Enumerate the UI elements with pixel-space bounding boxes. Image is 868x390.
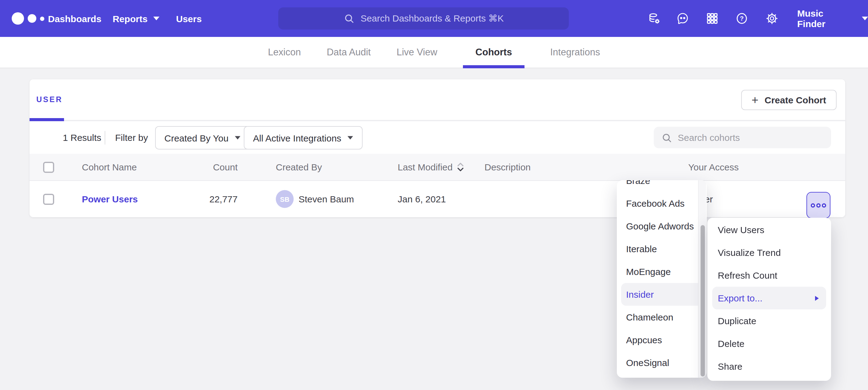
tab-data-audit[interactable]: Data Audit: [327, 37, 371, 68]
menu-item-moengage[interactable]: MoEngage: [617, 260, 707, 283]
tab-label: Live View: [397, 47, 437, 58]
row-checkbox[interactable]: [43, 193, 54, 204]
filter-by-label: Filter by: [115, 132, 148, 143]
integrations-filter-label: All Active Integrations: [253, 133, 341, 143]
global-search-bar[interactable]: Search Dashboards & Reports ⌘K: [278, 7, 569, 30]
tab-label: Data Audit: [327, 47, 371, 58]
export-to-submenu: Braze Facebook Ads Google Adwords Iterab…: [617, 180, 707, 378]
tab-live-view[interactable]: Live View: [397, 37, 437, 68]
tab-user-label: USER: [36, 95, 62, 104]
table-row: Power Users 22,777 SB Steven Baum Jan 6,…: [30, 181, 845, 217]
menu-item-onesignal[interactable]: OneSignal: [617, 351, 707, 374]
menu-item-export-to[interactable]: Export to...: [712, 287, 826, 310]
submenu-scrollbar-track[interactable]: [698, 180, 706, 378]
create-cohort-button[interactable]: + Create Cohort: [741, 90, 837, 110]
cohort-type-tabs: USER + Create Cohort: [30, 79, 845, 121]
nav-users-label: Users: [176, 13, 202, 24]
cohort-search-box: [654, 127, 831, 148]
filter-toolbar: 1 Results Filter by Created By You All A…: [30, 121, 845, 154]
menu-item-visualize-trend[interactable]: Visualize Trend: [707, 241, 831, 264]
tab-label: Integrations: [550, 47, 600, 58]
row-actions-button[interactable]: [806, 192, 831, 218]
feedback-icon[interactable]: [676, 12, 689, 25]
select-all-checkbox[interactable]: [43, 161, 54, 172]
menu-item-share[interactable]: Share: [707, 355, 831, 378]
last-modified-cell: Jan 6, 2021: [398, 181, 446, 217]
svg-text:?: ?: [740, 15, 744, 22]
export-to-label: Export to...: [718, 293, 763, 303]
apps-grid-icon[interactable]: [706, 12, 719, 25]
tab-cohorts[interactable]: Cohorts: [463, 37, 525, 68]
header-count[interactable]: Count: [183, 154, 238, 180]
nav-dashboards[interactable]: Dashboards: [48, 0, 101, 37]
nav-users[interactable]: Users: [176, 0, 202, 37]
global-search-placeholder: Search Dashboards & Reports ⌘K: [361, 13, 503, 24]
export-destination-list: Braze Facebook Ads Google Adwords Iterab…: [617, 180, 707, 374]
created-by-filter-dropdown[interactable]: Created By You: [155, 126, 250, 150]
logo-dot-icon: [28, 14, 36, 23]
mixpanel-cohorts-page: Dashboards Reports Users Search Dashboar…: [0, 0, 868, 390]
chevron-down-icon: [235, 136, 241, 140]
creator-name: Steven Baum: [299, 194, 354, 204]
row-context-menu: View Users Visualize Trend Refresh Count…: [707, 218, 831, 381]
menu-item-delete[interactable]: Delete: [707, 332, 831, 355]
submenu-scrollbar-thumb[interactable]: [701, 225, 705, 377]
avatar: SB: [276, 190, 293, 208]
logo-dot-icon: [40, 16, 44, 21]
divider: [105, 131, 105, 144]
cohort-search-input[interactable]: [678, 132, 819, 143]
help-icon[interactable]: ?: [735, 12, 749, 25]
search-icon: [661, 132, 672, 143]
menu-item-facebook-ads[interactable]: Facebook Ads: [617, 192, 707, 215]
settings-gear-icon[interactable]: [765, 12, 779, 25]
results-count: 1 Results: [63, 132, 101, 143]
table-header: Cohort Name Count Created By Last Modifi…: [30, 154, 845, 181]
menu-item-duplicate[interactable]: Duplicate: [707, 310, 831, 332]
more-options-icon: [810, 202, 827, 208]
tab-integrations[interactable]: Integrations: [550, 37, 600, 68]
nav-reports[interactable]: Reports: [113, 0, 159, 37]
section-tab-bar: Lexicon Data Audit Live View Cohorts Int…: [0, 37, 868, 68]
menu-item-refresh-count[interactable]: Refresh Count: [707, 264, 831, 287]
created-by-cell: SB Steven Baum: [276, 181, 354, 217]
header-description[interactable]: Description: [485, 154, 531, 180]
tab-user-cohorts[interactable]: USER: [36, 79, 62, 120]
submenu-arrow-icon: [815, 296, 819, 300]
tab-lexicon[interactable]: Lexicon: [268, 37, 301, 68]
nav-dashboards-label: Dashboards: [48, 13, 101, 24]
header-last-modified[interactable]: Last Modified: [398, 154, 464, 180]
tab-label: Cohorts: [475, 47, 512, 58]
brand-logo[interactable]: [12, 0, 44, 37]
account-name: Music Finder: [797, 8, 852, 29]
active-tab-underline: [30, 118, 64, 121]
nav-reports-label: Reports: [113, 13, 148, 24]
menu-item-view-users[interactable]: View Users: [707, 218, 831, 241]
header-created-by[interactable]: Created By: [276, 154, 322, 180]
data-management-icon[interactable]: [648, 12, 661, 25]
sort-icon: [457, 162, 464, 172]
menu-item-chameleon[interactable]: Chameleon: [617, 306, 707, 328]
plus-icon: +: [752, 94, 758, 106]
tab-label: Lexicon: [268, 47, 301, 58]
search-icon: [343, 13, 354, 24]
chevron-down-icon: [153, 17, 159, 20]
header-cohort-name[interactable]: Cohort Name: [82, 154, 137, 180]
create-cohort-label: Create Cohort: [765, 95, 826, 105]
chevron-down-icon: [862, 17, 868, 20]
menu-item-google-adwords[interactable]: Google Adwords: [617, 215, 707, 237]
header-last-modified-label: Last Modified: [398, 162, 453, 172]
chevron-down-icon: [348, 136, 353, 140]
menu-item-insider[interactable]: Insider: [621, 283, 703, 306]
top-nav-bar: Dashboards Reports Users Search Dashboar…: [0, 0, 868, 37]
cohort-count: 22,777: [183, 181, 238, 217]
menu-item-appcues[interactable]: Appcues: [617, 328, 707, 351]
menu-item-iterable[interactable]: Iterable: [617, 237, 707, 260]
menu-item-braze[interactable]: Braze: [617, 180, 707, 192]
cohort-name-link[interactable]: Power Users: [82, 194, 138, 204]
logo-dot-icon: [12, 12, 24, 25]
integrations-filter-dropdown[interactable]: All Active Integrations: [244, 126, 363, 150]
cohorts-panel: USER + Create Cohort 1 Results Filter by…: [30, 79, 845, 217]
header-your-access[interactable]: Your Access: [688, 154, 739, 180]
created-by-filter-label: Created By You: [164, 133, 229, 143]
account-menu[interactable]: Music Finder: [797, 0, 868, 37]
